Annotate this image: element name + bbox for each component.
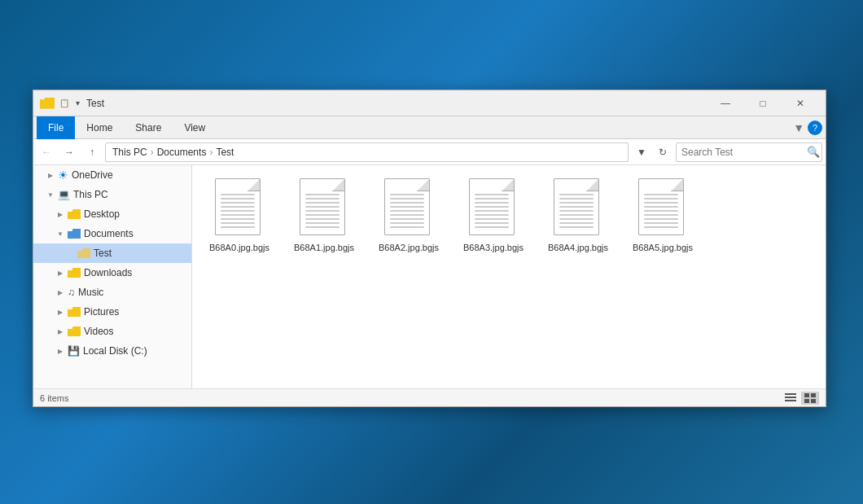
tiles-view-icon (804, 393, 816, 403)
sidebar-item-desktop[interactable]: ▶ Desktop (33, 204, 191, 224)
search-icon: 🔍 (807, 146, 820, 158)
address-actions: ▼ ↻ (632, 142, 672, 162)
path-this-pc[interactable]: This PC (112, 147, 147, 158)
file-icon-5 (638, 178, 687, 239)
svg-rect-0 (785, 393, 796, 395)
item-count: 6 items (40, 393, 68, 403)
sidebar-label-this-pc: This PC (73, 189, 108, 200)
window-controls: — □ ✕ (707, 90, 819, 116)
videos-folder-icon (68, 327, 81, 336)
sidebar-label-downloads: Downloads (84, 267, 132, 278)
help-icon[interactable]: ? (808, 121, 822, 135)
pictures-chevron: ▶ (56, 309, 64, 316)
sidebar-item-pictures[interactable]: ▶ Pictures (33, 302, 191, 322)
downloads-chevron: ▶ (56, 270, 64, 277)
documents-chevron: ▼ (56, 230, 64, 238)
file-icon-4 (554, 178, 602, 239)
main-area: ▶ ☀ OneDrive ▼ 💻 This PC ▶ Desktop ▼ Doc… (33, 165, 826, 388)
file-explorer-window: 📋 ▾ Test — □ ✕ File Home Share View ▼ ? … (33, 90, 826, 407)
minimize-button[interactable]: — (707, 90, 744, 116)
pc-icon: 💻 (58, 189, 70, 200)
address-bar: ← → ↑ This PC › Documents › Test ▼ ↻ 🔍 (33, 139, 826, 165)
sidebar-label-onedrive: OneDrive (72, 169, 113, 181)
window-title: Test (86, 98, 707, 109)
title-bar: 📋 ▾ Test — □ ✕ (33, 90, 826, 116)
file-lines-2 (390, 194, 424, 230)
sidebar-label-music: Music (78, 287, 103, 298)
onedrive-chevron: ▶ (46, 172, 55, 179)
close-button[interactable]: ✕ (782, 90, 819, 116)
up-button[interactable]: ↑ (82, 142, 102, 162)
tab-view[interactable]: View (173, 116, 217, 139)
window-folder-icon (40, 98, 55, 109)
path-test[interactable]: Test (216, 147, 234, 158)
sidebar-item-this-pc[interactable]: ▼ 💻 This PC (33, 185, 191, 204)
search-input[interactable] (681, 147, 804, 158)
title-bar-icons: 📋 ▾ (40, 97, 80, 110)
file-lines-0 (221, 194, 255, 230)
videos-chevron: ▶ (56, 328, 64, 335)
sidebar-item-documents[interactable]: ▼ Documents (33, 224, 191, 243)
file-name-2: B68A2.jpg.bgjs (379, 243, 439, 252)
refresh-button[interactable]: ↻ (653, 142, 672, 162)
documents-folder-icon (68, 229, 81, 239)
sidebar: ▶ ☀ OneDrive ▼ 💻 This PC ▶ Desktop ▼ Doc… (33, 165, 192, 388)
file-item-1[interactable]: B68A1.jpg.bgjs (283, 172, 365, 259)
sidebar-item-videos[interactable]: ▶ Videos (33, 322, 191, 341)
svg-rect-6 (811, 399, 816, 403)
sidebar-label-desktop: Desktop (84, 208, 120, 220)
back-button[interactable]: ← (37, 142, 56, 162)
svg-rect-1 (785, 397, 796, 398)
tab-share[interactable]: Share (124, 116, 173, 139)
tab-file[interactable]: File (37, 116, 75, 139)
address-path[interactable]: This PC › Documents › Test (105, 142, 629, 162)
ribbon-tabs: File Home Share View ▼ ? (33, 116, 826, 139)
file-item-3[interactable]: B68A3.jpg.bgjs (453, 172, 534, 259)
sidebar-item-downloads[interactable]: ▶ Downloads (33, 263, 191, 283)
title-bar-dropdown[interactable]: ▾ (76, 99, 80, 107)
sidebar-label-test: Test (94, 248, 112, 259)
file-page-0 (215, 178, 261, 235)
file-lines-5 (644, 194, 678, 230)
file-name-5: B68A5.jpg.bgjs (633, 243, 693, 252)
ribbon-expand: ▼ ? (793, 121, 822, 135)
maximize-button[interactable]: □ (744, 90, 782, 116)
window-icon-2: 📋 (58, 97, 71, 110)
music-chevron: ▶ (56, 289, 64, 296)
details-view-icon (785, 393, 796, 403)
address-dropdown-button[interactable]: ▼ (632, 142, 651, 162)
view-details-button[interactable] (782, 392, 799, 405)
file-item-4[interactable]: B68A4.jpg.bgjs (537, 172, 619, 259)
file-page-1 (300, 178, 345, 235)
search-box[interactable]: 🔍 (676, 142, 822, 162)
file-icon-0 (215, 178, 264, 239)
file-item-5[interactable]: B68A5.jpg.bgjs (622, 172, 703, 259)
file-lines-1 (305, 194, 340, 230)
sidebar-item-music[interactable]: ▶ ♫ Music (33, 283, 191, 302)
file-page-3 (469, 178, 515, 235)
ribbon-chevron-icon[interactable]: ▼ (793, 121, 804, 134)
file-item-2[interactable]: B68A2.jpg.bgjs (368, 172, 449, 259)
svg-rect-5 (804, 399, 809, 403)
file-name-0: B68A0.jpg.bgjs (209, 243, 269, 252)
forward-button[interactable]: → (59, 142, 79, 162)
file-name-3: B68A3.jpg.bgjs (463, 243, 523, 252)
sidebar-item-local-disk[interactable]: ▶ 💾 Local Disk (C:) (33, 341, 191, 361)
file-item-0[interactable]: B68A0.jpg.bgjs (199, 172, 280, 259)
sidebar-item-test[interactable]: Test (33, 243, 191, 263)
file-icon-3 (469, 178, 518, 239)
sidebar-label-documents: Documents (84, 228, 134, 239)
sidebar-item-onedrive[interactable]: ▶ ☀ OneDrive (33, 165, 191, 185)
file-page-4 (554, 178, 599, 235)
view-controls (782, 392, 819, 405)
view-tiles-button[interactable] (801, 392, 819, 405)
test-chevron (66, 250, 74, 257)
file-name-1: B68A1.jpg.bgjs (294, 243, 354, 252)
onedrive-icon: ☀ (58, 169, 68, 182)
svg-rect-3 (804, 393, 809, 397)
file-lines-4 (559, 194, 594, 230)
path-documents[interactable]: Documents (157, 147, 207, 158)
file-icon-1 (300, 178, 348, 239)
tab-home[interactable]: Home (75, 116, 124, 139)
desktop-chevron: ▶ (56, 211, 64, 218)
